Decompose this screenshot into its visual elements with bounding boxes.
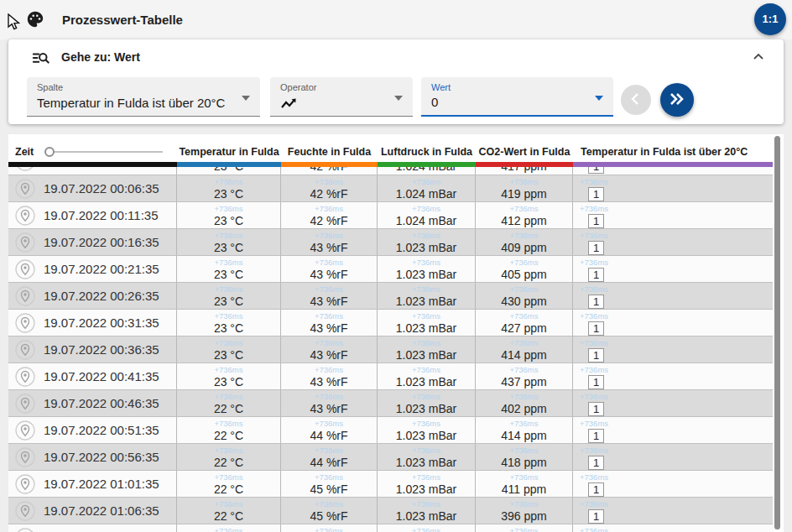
next-match-button[interactable] [660,83,694,117]
table-row[interactable]: 19.07.2022 01:01:35+736ms22 °C+736ms45 %… [8,470,773,497]
cell-value: +736ms45 %rF [281,498,378,524]
cell-value: +736ms411 ppm [476,471,573,497]
offset-label: +736ms [281,498,377,509]
offset-label: +736ms [177,417,280,429]
location-pin-icon[interactable] [15,167,35,171]
value-text: 1 [573,429,773,443]
location-pin-icon[interactable] [15,206,35,226]
offset-label: +736ms [378,256,475,268]
offset-label: +736ms [177,175,280,187]
table-row[interactable]: 19.07.2022 00:41:35+736ms23 °C+736ms43 %… [8,362,773,389]
value-text: 1 [573,482,773,497]
table-row[interactable]: 19.07.2022 00:56:35+736ms22 °C+736ms44 %… [8,443,773,470]
cell-zeit: 19.07.2022 01:01:35 [8,471,177,497]
slider-thumb[interactable] [44,147,55,157]
cell-value: +736ms23 °C [177,229,281,255]
cell-zeit: 19.07.2022 00:41:35 [8,363,177,389]
table-row[interactable]: 19.07.2022 00:11:35+736ms23 °C+736ms42 %… [8,201,773,228]
cell-value: +736ms1.023 mBar [378,417,476,443]
cell-value: +736ms1.024 mBar [378,175,476,201]
table-row[interactable]: 19.07.2022 00:46:35+736ms22 °C+736ms43 %… [8,389,773,416]
value-text: 1 [573,402,773,416]
cell-value: +736ms417 ppm [476,167,573,175]
cell-zeit [8,524,177,532]
cell-zeit: 19.07.2022 00:36:35 [8,336,177,362]
zoom-ratio-button[interactable]: 1:1 [754,3,786,35]
table-row[interactable]: 19.07.2022 00:21:35+736ms23 °C+736ms43 %… [8,255,773,282]
table-row[interactable]: 19.07.2022 00:26:35+736ms23 °C+736ms43 %… [8,282,773,309]
value-text: 409 ppm [476,241,572,255]
cell-value: +736ms1 [573,202,773,228]
location-pin-icon[interactable] [15,394,35,414]
double-chevron-right-icon [668,91,686,107]
cell-value: +736ms1 [573,310,773,336]
cell-zeit: 19.07.2022 00:06:35 [8,175,177,201]
offset-label: +736ms [378,390,475,402]
bool-value-box: 1 [588,509,604,524]
cell-value: +736ms1.023 mBar [378,256,476,282]
cell-value: +736ms412 ppm [476,202,573,228]
table-row[interactable]: +736ms23 °C+736ms42 %rF+736ms1.024 mBar+… [8,167,773,175]
table-row[interactable]: 19.07.2022 00:06:35+736ms23 °C+736ms42 %… [8,175,773,201]
location-pin-icon[interactable] [15,501,35,521]
wert-label: Wert [431,82,451,92]
location-pin-icon[interactable] [15,286,35,306]
timestamp: 19.07.2022 00:46:35 [44,396,159,410]
wert-select[interactable]: Wert 0 [421,77,613,117]
value-text: 43 %rF [281,402,377,416]
value-text: 23 °C [177,321,280,336]
location-pin-icon[interactable] [15,367,35,387]
previous-match-button[interactable] [621,85,651,115]
value-text: 430 ppm [476,295,572,309]
timestamp: 19.07.2022 00:56:35 [44,450,159,464]
table-row[interactable]: 19.07.2022 00:36:35+736ms23 °C+736ms43 %… [8,336,773,362]
location-pin-icon[interactable] [15,528,35,532]
value-text: 43 %rF [281,348,377,362]
table-row[interactable]: 19.07.2022 00:16:35+736ms23 °C+736ms43 %… [8,228,773,255]
offset-label: +736ms [573,471,773,482]
location-pin-icon[interactable] [15,420,35,441]
value-text: 45 %rF [281,482,377,497]
cell-value: +736ms45 %rF [281,471,378,497]
offset-label: +736ms [281,444,377,456]
operator-select[interactable]: Operator [270,77,413,117]
column-header: CO2-Wert in Fulda [476,146,573,162]
time-range-slider [44,147,166,157]
cell-value: +736ms1 [573,175,773,201]
offset-label: +736ms [476,229,572,241]
location-pin-icon[interactable] [15,232,35,253]
offset-label: +736ms [177,336,280,348]
table-row[interactable]: 19.07.2022 00:31:35+736ms23 °C+736ms43 %… [8,309,773,336]
location-pin-icon[interactable] [15,447,35,467]
column-header: Temperatur in Fulda [177,146,281,162]
cell-zeit: 19.07.2022 01:06:35 [8,498,177,524]
table-row[interactable]: 19.07.2022 00:51:35+736ms22 °C+736ms44 %… [8,416,773,443]
value-text: 1 [573,187,773,201]
value-text: 1.024 mBar [378,167,475,174]
scrollbar-thumb[interactable] [774,136,780,529]
location-pin-icon[interactable] [15,313,35,333]
location-pin-icon[interactable] [15,340,35,360]
value-text: 1.023 mBar [378,321,475,336]
table-row[interactable]: +736ms+736ms+736ms+736ms+736ms [8,524,773,532]
location-pin-icon[interactable] [15,474,35,494]
value-text: 396 ppm [476,509,572,524]
chevron-up-icon[interactable] [751,50,766,65]
spalte-select[interactable]: Spalte Temperatur in Fulda ist über 20°C [27,77,260,117]
value-text: 22 °C [177,509,280,524]
offset-label: +736ms [573,444,773,456]
table-row[interactable]: 19.07.2022 01:06:35+736ms22 °C+736ms45 %… [8,497,773,524]
palette-icon [26,10,44,29]
location-pin-icon[interactable] [15,259,35,279]
offset-label: +736ms [177,524,280,532]
offset-label: +736ms [476,175,572,187]
offset-label: +736ms [573,417,773,429]
value-text: 23 °C [177,348,280,362]
cell-value: +736ms23 °C [177,202,281,228]
timestamp: 19.07.2022 00:51:35 [44,423,159,437]
cell-value: +736ms1 [573,498,773,524]
timestamp: 19.07.2022 00:26:35 [44,289,159,303]
cell-value: +736ms42 %rF [281,202,378,228]
bool-value-box: 1 [588,321,604,336]
location-pin-icon[interactable] [15,179,35,199]
